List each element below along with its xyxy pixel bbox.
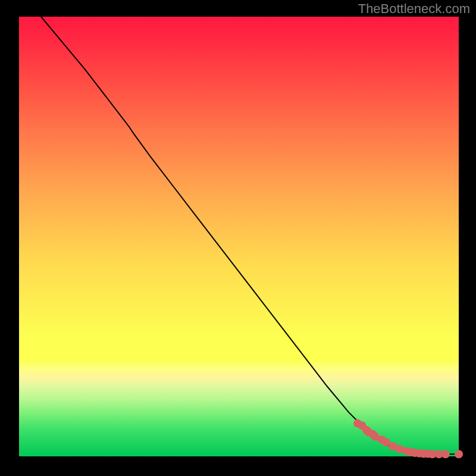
scatter-points (353, 419, 463, 459)
plot-svg (19, 17, 459, 456)
chart-frame: TheBottleneck.com (0, 0, 476, 476)
curve-line (41, 17, 459, 454)
data-point (441, 450, 450, 458)
attribution-text: TheBottleneck.com (358, 1, 470, 17)
data-point (455, 450, 463, 458)
